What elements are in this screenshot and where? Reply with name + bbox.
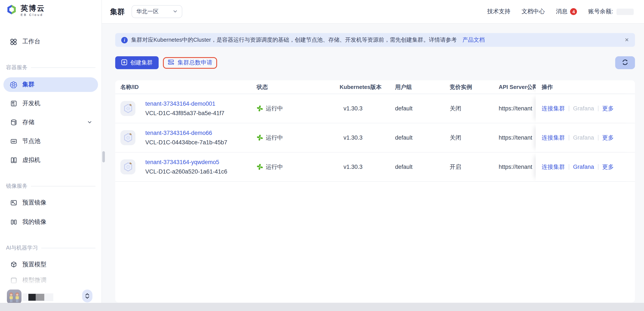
sidebar-item-my-images[interactable]: 我的镜像 [4,215,98,229]
avatar[interactable] [7,290,22,304]
brand-subtitle: EB Cloud [21,13,45,17]
divider [569,164,569,170]
more-link[interactable]: 更多 [602,134,614,142]
cluster-name-link[interactable]: tenant-37343164-demo66 [145,128,212,138]
cluster-hexagon-icon [120,101,136,116]
sidebar-item-storage[interactable]: 存储 [4,115,98,130]
connect-cluster-link[interactable]: 连接集群 [542,105,565,112]
action-bar: 创建集群 集群总数申请 [115,55,635,70]
cluster-name-link[interactable]: tenant-37343164-yqwdemo5 [145,157,219,167]
eb-cloud-logo-icon [6,4,17,17]
sidebar-item-devmachine[interactable]: 开发机 [4,96,98,111]
sidebar-item-label: 虚拟机 [22,156,40,164]
section-label: 容器服务 [6,64,28,71]
cluster-id-text: VCL-D1C-a260a520-1a61-41c6 [145,167,227,176]
refresh-button[interactable] [615,56,635,69]
region-selected-value: 华北一区 [136,8,159,15]
running-fan-icon [257,134,263,141]
page-bottom-strip [0,303,644,311]
cluster-icon-cell [120,94,136,123]
banner-text: 集群对应Kubernetes中的Cluster，是容器运行与资源调度的基础，创建… [131,36,457,44]
product-docs-link[interactable]: 产品文档 [462,36,485,44]
col-header-operations: 操作 [536,80,635,94]
spot-instance-cell: 开启 [450,152,461,181]
operations-cell: 连接集群 Grafana 更多 [536,94,635,123]
running-fan-icon [257,164,263,170]
topbar: 集群 华北一区 技术支持 文档中心 消息 4 账号余额: [102,0,644,24]
sidebar-fade [0,275,101,290]
running-fan-icon [257,105,263,112]
create-cluster-button[interactable]: 创建集群 [115,56,159,69]
balance-label: 账号余额: [588,8,613,15]
table-row: tenant-37343164-yqwdemo5 VCL-D1C-a260a52… [115,152,635,182]
grafana-link[interactable]: Grafana [573,164,594,170]
sidebar-item-label: 预置镜像 [22,199,46,207]
sidebar-section-container: 容器服务 [6,64,96,71]
sidebar-item-label: 预置模型 [22,261,46,269]
section-label: 镜像服务 [6,183,28,190]
user-group-cell: default [395,152,412,181]
red-annotation-highlight: 集群总数申请 [163,57,217,68]
more-link[interactable]: 更多 [602,163,614,171]
node-pool-icon [10,138,17,145]
status-text: 运行中 [266,105,283,112]
name-id-cell: tenant-37343164-yqwdemo5 VCL-D1C-a260a52… [145,152,227,181]
messages-link[interactable]: 消息 4 [556,8,577,15]
divider [598,135,598,140]
plus-square-icon [121,59,127,66]
api-server-cell: https://tenant [499,94,535,123]
chevron-down-icon [87,119,92,126]
api-server-cell: https://tenant [499,123,535,152]
sidebar-item-vm[interactable]: 虚拟机 [4,153,98,168]
cluster-id-text: VCL-D1C-04434bce-7a1b-45b7 [145,138,227,147]
sidebar-item-cluster[interactable]: 集群 [4,77,98,92]
grafana-link[interactable]: Grafana [573,134,594,141]
divider [569,106,569,111]
api-server-cell: https://tenant [499,152,535,181]
region-selector[interactable]: 华北一区 [132,5,182,18]
kubernetes-wheel-icon [10,81,17,88]
sidebar-item-label: 我的镜像 [22,218,46,226]
info-icon: i [121,37,128,43]
messages-count-badge: 4 [570,8,577,15]
preset-image-icon [10,199,17,206]
account-balance: 账号余额: [588,8,634,15]
section-label: AI与机器学习 [6,244,38,252]
table-row: tenant-37343164-demo001 VCL-D1C-43f85a37… [115,94,635,123]
database-icon [10,119,17,126]
spot-instance-cell: 关闭 [450,123,461,152]
cluster-name-link[interactable]: tenant-37343164-demo001 [145,99,216,108]
cluster-quota-request-label: 集群总数申请 [178,59,212,67]
status-text: 运行中 [266,134,283,142]
sidebar-item-preset-images[interactable]: 预置镜像 [4,195,98,210]
sidebar-item-label: 节点池 [22,137,40,145]
docs-link[interactable]: 文档中心 [522,8,545,15]
k8s-version-cell: v1.30.3 [344,152,363,181]
operations-cell: 连接集群 Grafana 更多 [536,152,635,181]
workbench-icon [10,38,17,45]
col-header-api-server: API Server公网 [499,80,536,94]
main-area: 集群 华北一区 技术支持 文档中心 消息 4 账号余额: [102,0,644,311]
banner-close-icon[interactable]: ✕ [625,37,629,43]
sidebar-item-preset-models[interactable]: 预置模型 [4,257,98,272]
sidebar-item-workbench[interactable]: 工作台 [4,34,98,49]
connect-cluster-link[interactable]: 连接集群 [542,163,565,171]
refresh-icon [622,59,628,67]
divider [598,164,598,170]
server-plus-icon [168,59,174,67]
more-link[interactable]: 更多 [602,105,614,112]
sidebar-scrollbar-thumb[interactable] [102,151,105,162]
cluster-quota-request-button[interactable]: 集群总数申请 [168,59,212,67]
connect-cluster-link[interactable]: 连接集群 [542,134,565,142]
table-header-row: 名称/ID 状态 Kubernetes版本 用户组 竞价实例 API Serve… [115,80,635,94]
grafana-link[interactable]: Grafana [573,105,594,112]
status-cell: 运行中 [257,152,283,181]
spot-instance-cell: 关闭 [450,94,461,123]
name-id-cell: tenant-37343164-demo66 VCL-D1C-04434bce-… [145,123,227,152]
sidebar-item-nodepool[interactable]: 节点池 [4,134,98,149]
cluster-id-text: VCL-D1C-43f85a37-ba5e-41f7 [145,108,224,118]
support-link[interactable]: 技术支持 [487,8,510,15]
chevron-down-icon [173,8,178,15]
balance-value-redacted [616,8,634,15]
account-switcher-button[interactable] [82,290,92,303]
